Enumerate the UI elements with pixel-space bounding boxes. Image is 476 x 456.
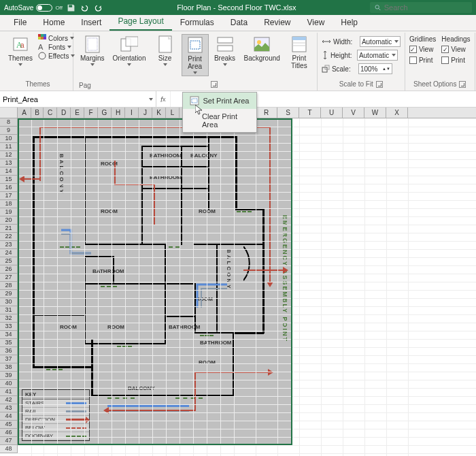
scale-launcher[interactable] [376, 81, 383, 88]
row-header-48[interactable]: 48 [0, 445, 18, 453]
page-setup-launcher[interactable] [211, 81, 218, 88]
row-header-28[interactable]: 28 [0, 282, 18, 290]
select-all-corner[interactable] [0, 108, 18, 118]
background-button[interactable]: Background [241, 34, 283, 63]
orientation-button[interactable]: Orientation [110, 34, 149, 67]
worksheet[interactable]: ABCDEFGHIJKLMNOPQRSTUVWX 891011121314151… [0, 108, 476, 456]
tab-insert[interactable]: Insert [73, 15, 109, 31]
col-header-C[interactable]: C [44, 108, 57, 118]
clear-print-area-item[interactable]: Clear Print Area [183, 109, 256, 132]
search-box[interactable] [370, 2, 472, 13]
col-header-R[interactable]: R [256, 108, 277, 118]
height-select[interactable]: Automatic [357, 50, 398, 61]
row-header-29[interactable]: 29 [0, 290, 18, 298]
row-header-44[interactable]: 44 [0, 412, 18, 421]
col-header-U[interactable]: U [321, 108, 343, 118]
row-header-46[interactable]: 46 [0, 429, 18, 437]
row-header-10[interactable]: 10 [0, 135, 18, 143]
print-titles-button[interactable]: Print Titles [286, 34, 313, 71]
row-header-38[interactable]: 38 [0, 363, 18, 372]
row-header-19[interactable]: 19 [0, 208, 18, 216]
fonts-button[interactable]: AFonts [37, 43, 76, 51]
row-header-24[interactable]: 24 [0, 249, 18, 257]
row-header-8[interactable]: 8 [0, 118, 18, 127]
row-header-11[interactable]: 11 [0, 143, 18, 151]
name-box-input[interactable] [3, 95, 149, 103]
margins-button[interactable]: Margins [78, 34, 107, 67]
set-print-area-item[interactable]: Set Print Area [183, 93, 256, 109]
row-header-47[interactable]: 47 [0, 437, 18, 445]
col-header-G[interactable]: G [98, 108, 112, 118]
headings-print-check[interactable]: Print [441, 56, 470, 65]
col-header-D[interactable]: D [57, 108, 71, 118]
tab-data[interactable]: Data [222, 15, 256, 31]
row-header-41[interactable]: 41 [0, 388, 18, 396]
undo-icon[interactable] [80, 3, 90, 12]
row-header-40[interactable]: 40 [0, 380, 18, 388]
col-header-H[interactable]: H [112, 108, 125, 118]
redo-icon[interactable] [94, 3, 103, 12]
col-header-W[interactable]: W [364, 108, 386, 118]
row-header-35[interactable]: 35 [0, 339, 18, 347]
row-header-34[interactable]: 34 [0, 331, 18, 339]
col-header-L[interactable]: L [166, 108, 180, 118]
row-header-12[interactable]: 12 [0, 151, 18, 159]
row-header-22[interactable]: 22 [0, 233, 18, 241]
scale-spinner[interactable]: 100%▲▼ [358, 63, 392, 74]
print-area-button[interactable]: Print Area Set Print Area Clear Print Ar… [182, 34, 209, 76]
breaks-button[interactable]: Breaks [211, 34, 239, 67]
row-header-13[interactable]: 13 [0, 159, 18, 167]
size-button[interactable]: Size [152, 34, 179, 67]
tab-formulas[interactable]: Formulas [172, 15, 222, 31]
row-header-17[interactable]: 17 [0, 192, 18, 200]
width-select[interactable]: Automatic [360, 36, 401, 47]
row-header-31[interactable]: 31 [0, 306, 18, 314]
search-input[interactable] [384, 3, 468, 12]
col-header-T[interactable]: T [299, 108, 321, 118]
gridlines-print-check[interactable]: Print [409, 56, 436, 65]
row-header-39[interactable]: 39 [0, 372, 18, 380]
tab-file[interactable]: File [5, 15, 35, 31]
row-header-26[interactable]: 26 [0, 265, 18, 274]
row-header-21[interactable]: 21 [0, 225, 18, 233]
tab-home[interactable]: Home [35, 15, 73, 31]
row-header-14[interactable]: 14 [0, 167, 18, 176]
headings-view-check[interactable]: ✓View [441, 45, 470, 54]
row-header-32[interactable]: 32 [0, 314, 18, 323]
col-header-B[interactable]: B [31, 108, 44, 118]
col-header-E[interactable]: E [71, 108, 84, 118]
tab-help[interactable]: Help [333, 15, 366, 31]
row-header-20[interactable]: 20 [0, 216, 18, 225]
colors-button[interactable]: Colors [37, 34, 76, 42]
effects-button[interactable]: Effects [37, 52, 76, 60]
themes-button[interactable]: Aa Themes [7, 34, 34, 67]
row-header-27[interactable]: 27 [0, 274, 18, 282]
row-header-43[interactable]: 43 [0, 404, 18, 412]
row-header-16[interactable]: 16 [0, 184, 18, 192]
col-header-V[interactable]: V [343, 108, 364, 118]
row-header-30[interactable]: 30 [0, 298, 18, 306]
col-header-J[interactable]: J [139, 108, 152, 118]
col-header-I[interactable]: I [125, 108, 139, 118]
row-header-23[interactable]: 23 [0, 241, 18, 249]
row-header-18[interactable]: 18 [0, 200, 18, 208]
row-header-45[interactable]: 45 [0, 421, 18, 429]
tab-view[interactable]: View [299, 15, 333, 31]
row-header-37[interactable]: 37 [0, 355, 18, 363]
col-header-F[interactable]: F [84, 108, 98, 118]
row-header-9[interactable]: 9 [0, 127, 18, 135]
fx-button[interactable]: fx [156, 91, 170, 107]
col-header-X[interactable]: X [386, 108, 408, 118]
autosave-toggle[interactable]: AutoSave Off [4, 4, 63, 12]
grid[interactable]: ROOM ROOM ROOM ROOM ROOM ROOM ROOM BATHR… [18, 118, 476, 456]
row-header-25[interactable]: 25 [0, 257, 18, 265]
col-header-K[interactable]: K [152, 108, 166, 118]
tab-page-layout[interactable]: Page Layout [109, 14, 171, 31]
tab-review[interactable]: Review [256, 15, 299, 31]
col-header-A[interactable]: A [18, 108, 31, 118]
row-header-15[interactable]: 15 [0, 176, 18, 184]
gridlines-view-check[interactable]: ✓View [409, 45, 436, 54]
row-header-33[interactable]: 33 [0, 323, 18, 331]
sheet-options-launcher[interactable] [459, 81, 466, 88]
col-header-S[interactable]: S [277, 108, 299, 118]
